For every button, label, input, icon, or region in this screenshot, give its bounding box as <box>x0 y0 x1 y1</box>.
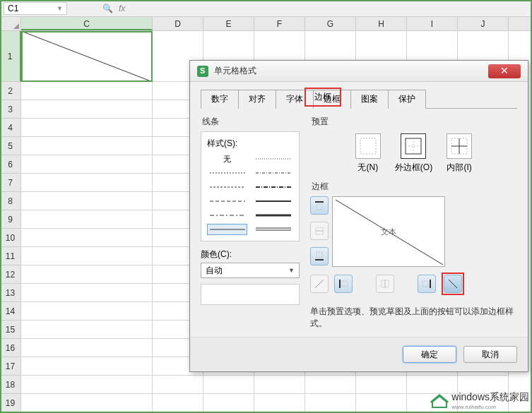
dropdown-arrow-icon[interactable]: ▼ <box>57 5 63 12</box>
svg-rect-29 <box>342 281 348 287</box>
preset-none-label: 无(N) <box>355 162 381 174</box>
svg-rect-24 <box>317 252 322 258</box>
search-icon[interactable]: 🔍 <box>102 4 113 13</box>
color-label: 颜色(C): <box>201 249 300 261</box>
col-header-i[interactable]: I <box>407 17 458 30</box>
line-style-opt[interactable] <box>253 153 293 164</box>
row-headers: 1 2 3 4 5 6 7 8 9 10 11 12 13 14 15 16 1… <box>0 31 21 413</box>
border-top-btn[interactable] <box>310 196 329 215</box>
row-header[interactable]: 11 <box>0 247 21 265</box>
svg-rect-32 <box>422 281 428 287</box>
cell-format-dialog: 单元格格式 ✕ 数字 对齐 字体 边框 图案 保护 边框 线条 样式(S): 无 <box>189 60 528 372</box>
style-label: 样式(S): <box>207 138 293 150</box>
dialog-titlebar[interactable]: 单元格格式 ✕ <box>190 61 528 82</box>
tab-number[interactable]: 数字 <box>201 90 239 109</box>
cell-diagonal-line <box>21 31 153 82</box>
watermark-brand: windows系统家园 <box>451 391 529 404</box>
svg-line-0 <box>21 31 153 82</box>
tab-pattern[interactable]: 图案 <box>350 90 389 109</box>
watermark: windows系统家园 www.ruihaifu.com <box>430 391 529 410</box>
row-header[interactable]: 19 <box>0 394 21 412</box>
color-preview <box>201 284 300 305</box>
line-style-opt[interactable] <box>253 210 293 221</box>
annotation-highlight-tab: 边框 <box>305 88 341 107</box>
row-header[interactable]: 7 <box>0 174 21 192</box>
row-header[interactable]: 10 <box>0 229 21 247</box>
line-style-opt[interactable] <box>253 181 293 193</box>
color-value: 自动 <box>206 265 223 277</box>
border-diag-up-btn[interactable] <box>310 275 329 293</box>
border-bottom-btn[interactable] <box>310 247 329 265</box>
fx-icon[interactable]: fx <box>119 4 125 13</box>
row-header[interactable]: 14 <box>0 302 21 321</box>
col-header-g[interactable]: G <box>305 17 356 30</box>
close-button[interactable]: ✕ <box>488 64 521 78</box>
border-left-btn[interactable] <box>334 275 353 293</box>
col-header-e[interactable]: E <box>203 17 254 30</box>
line-style-opt[interactable] <box>253 196 293 207</box>
ok-button[interactable]: 确定 <box>403 346 456 363</box>
app-icon <box>197 66 208 77</box>
border-legend: 边框 <box>310 181 517 193</box>
cell-reference: C1 <box>8 4 18 13</box>
col-header-j[interactable]: J <box>458 17 509 30</box>
row-header[interactable]: 8 <box>0 192 21 210</box>
formula-bar: C1 ▼ 🔍 fx <box>0 0 532 17</box>
select-all-corner[interactable] <box>0 17 21 30</box>
preset-outer[interactable]: 外边框(O) <box>395 133 432 174</box>
border-vmid-btn[interactable] <box>376 275 394 293</box>
line-style-opt[interactable] <box>253 167 293 179</box>
tab-align[interactable]: 对齐 <box>238 90 276 109</box>
line-style-opt[interactable] <box>253 224 293 235</box>
svg-rect-14 <box>406 138 421 154</box>
preview-text: 文本 <box>381 227 396 237</box>
row-header[interactable]: 18 <box>0 376 21 394</box>
line-style-opt[interactable] <box>207 210 247 221</box>
row-header[interactable]: 4 <box>0 119 21 137</box>
line-style-opt[interactable] <box>207 181 247 193</box>
line-style-none[interactable]: 无 <box>207 153 247 164</box>
line-style-opt[interactable] <box>207 224 247 235</box>
row-header[interactable]: 2 <box>0 82 21 100</box>
row-header[interactable]: 3 <box>0 100 21 119</box>
border-hmid-btn[interactable] <box>310 222 329 240</box>
color-dropdown[interactable]: 自动 ▼ <box>201 263 300 278</box>
house-icon <box>430 393 449 409</box>
tab-protect[interactable]: 保护 <box>388 90 426 109</box>
border-right-btn[interactable] <box>418 275 436 293</box>
col-header-f[interactable]: F <box>254 17 305 30</box>
row-header[interactable]: 13 <box>0 284 21 302</box>
row-header[interactable]: 15 <box>0 321 21 339</box>
cancel-button[interactable]: 取消 <box>463 346 517 363</box>
dialog-tabs: 数字 对齐 字体 边框 图案 保护 边框 <box>201 89 517 109</box>
dialog-title: 单元格格式 <box>214 65 256 77</box>
row-header[interactable]: 9 <box>0 210 21 229</box>
svg-line-27 <box>315 280 324 288</box>
row-header-1[interactable]: 1 <box>0 31 21 82</box>
preset-none[interactable]: 无(N) <box>355 133 381 174</box>
col-header-c[interactable]: C <box>21 17 153 30</box>
row-header[interactable]: 17 <box>0 357 21 376</box>
svg-rect-21 <box>317 204 322 210</box>
svg-rect-13 <box>360 138 376 154</box>
name-box[interactable]: C1 ▼ <box>4 2 67 15</box>
column-headers: C D E F G H I J <box>0 17 532 31</box>
row-header[interactable]: 16 <box>0 339 21 357</box>
line-style-opt[interactable] <box>207 196 247 207</box>
border-preview[interactable]: 文本 <box>332 196 445 267</box>
row-header[interactable]: 5 <box>0 137 21 155</box>
annotation-highlight-diag <box>442 273 464 295</box>
row-header[interactable]: 6 <box>0 155 21 174</box>
line-style-opt[interactable] <box>207 167 247 179</box>
preset-inner-label: 内部(I) <box>447 162 472 174</box>
border-diag-down-btn[interactable] <box>444 275 462 293</box>
svg-line-34 <box>449 280 457 288</box>
row-header[interactable]: 12 <box>0 265 21 284</box>
preset-legend: 预置 <box>310 116 517 128</box>
preset-outer-label: 外边框(O) <box>395 162 432 174</box>
line-style-box: 样式(S): 无 <box>201 131 300 241</box>
preset-inner[interactable]: 内部(I) <box>447 133 472 174</box>
formula-area: 🔍 fx <box>102 4 125 13</box>
col-header-h[interactable]: H <box>356 17 407 30</box>
col-header-d[interactable]: D <box>153 17 203 30</box>
